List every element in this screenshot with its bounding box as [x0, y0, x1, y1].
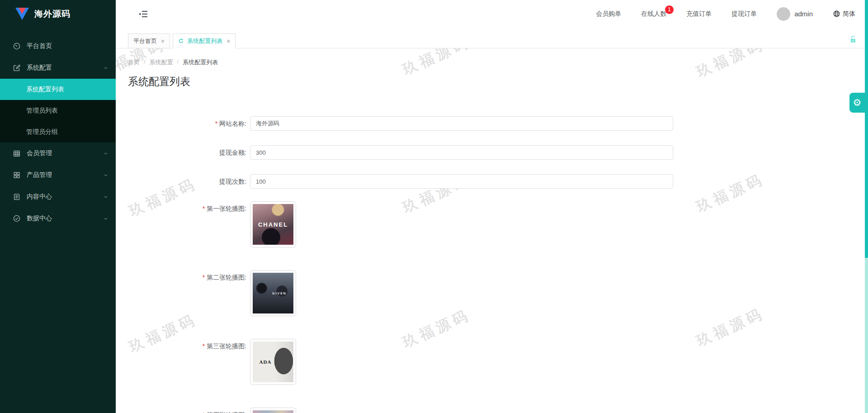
- form-row-banner-1: *第一张轮播图: CHANEL: [116, 201, 868, 247]
- scrollbar-track: [865, 258, 868, 413]
- sidebar-item-label: 数据中心: [27, 214, 52, 223]
- close-icon[interactable]: ×: [161, 38, 165, 44]
- config-form: *网站名称: 提现金额: 提现次数: *第一张轮播图: CHANEL: [116, 116, 868, 413]
- breadcrumb-separator: /: [144, 58, 146, 66]
- breadcrumb: 首页 / 系统配置 / 系统配置列表: [128, 58, 218, 66]
- field-label: *第二张轮播图:: [116, 270, 246, 285]
- avatar: [777, 7, 790, 21]
- sidebar-item-data-center[interactable]: 数据中心: [0, 208, 116, 229]
- tab-label: 平台首页: [133, 37, 157, 45]
- language-label: 简体: [843, 10, 855, 18]
- document-icon: [13, 193, 21, 201]
- chevron-down-icon: [103, 194, 108, 199]
- vue-logo-icon: [15, 8, 29, 20]
- withdraw-times-input[interactable]: [250, 174, 673, 189]
- form-row-banner-3: *第三张轮播图: ADA: [116, 339, 868, 385]
- submenu-item-label: 管理员分组: [26, 128, 58, 136]
- sidebar-item-product-management[interactable]: 产品管理: [0, 164, 116, 186]
- dashboard-icon: [13, 42, 21, 50]
- field-label: 提现次数:: [116, 174, 246, 189]
- chevron-down-icon: [103, 216, 108, 221]
- page-content: 玖福源码 玖福源码 玖福源码 玖福源码 玖福源码 玖福源码 玖福源码 玖福源码 …: [116, 48, 868, 413]
- table-icon: [13, 149, 21, 157]
- sidebar-item-label: 会员管理: [27, 149, 52, 157]
- banner-3-upload[interactable]: ADA: [250, 339, 296, 385]
- grid-icon: [13, 171, 21, 179]
- recharge-orders-link[interactable]: 充值订单: [686, 10, 712, 18]
- breadcrumb-system-config[interactable]: 系统配置: [150, 58, 173, 66]
- online-users-badge: 1: [665, 5, 674, 14]
- sidebar-item-label: 产品管理: [27, 171, 52, 179]
- member-orders-link[interactable]: 会员购单: [596, 10, 621, 18]
- submenu-system-config: 系统配置列表 管理员列表 管理员分组: [0, 79, 116, 142]
- sidebar-item-label: 内容中心: [27, 193, 52, 201]
- close-icon[interactable]: ×: [226, 38, 230, 44]
- sidebar-collapse-icon[interactable]: [138, 9, 149, 19]
- topbar-links: 会员购单 在线人数 1 充值订单 提现订单 admin 简体: [596, 7, 855, 21]
- chevron-up-icon: [103, 65, 108, 71]
- submenu-item-label: 系统配置列表: [26, 85, 64, 94]
- banner-4-image: [253, 410, 293, 413]
- form-row-site-name: *网站名称:: [116, 116, 868, 131]
- withdraw-amount-input[interactable]: [250, 145, 673, 160]
- banner-3-overlay-text: ADA: [259, 359, 272, 365]
- sidebar-menu: 平台首页 系统配置 系统配置列表 管理员列表 管理员分组 会员管理 产品管: [0, 28, 116, 229]
- form-row-withdraw-amount: 提现金额:: [116, 145, 868, 160]
- scrollbar-thumb[interactable]: [865, 0, 868, 258]
- form-row-banner-4: *第四张轮播图:: [116, 408, 868, 413]
- user-menu[interactable]: admin: [777, 7, 813, 21]
- required-asterisk: *: [203, 342, 205, 350]
- form-row-withdraw-times: 提现次数:: [116, 174, 868, 189]
- main-area: 会员购单 在线人数 1 充值订单 提现订单 admin 简体 平台首页 ×: [116, 0, 868, 413]
- field-label: 提现金额:: [116, 145, 246, 160]
- breadcrumb-home[interactable]: 首页: [128, 58, 140, 66]
- sidebar-item-admin-list[interactable]: 管理员列表: [0, 100, 116, 121]
- sidebar-item-member-management[interactable]: 会员管理: [0, 142, 116, 164]
- sidebar-item-content-center[interactable]: 内容中心: [0, 186, 116, 208]
- sidebar-item-label: 系统配置: [27, 64, 52, 72]
- sidebar: 海外源码 平台首页 系统配置 系统配置列表 管理员列表 管理员分组 会员管理: [0, 0, 116, 413]
- unlock-icon[interactable]: [849, 35, 858, 44]
- required-asterisk: *: [203, 205, 205, 212]
- tab-system-config-list[interactable]: 系统配置列表 ×: [173, 33, 236, 48]
- page-title: 系统配置列表: [128, 75, 190, 89]
- settings-panel-button[interactable]: ⚙: [849, 93, 865, 113]
- sidebar-item-system-config[interactable]: 系统配置: [0, 57, 116, 79]
- edit-icon: [13, 64, 21, 72]
- banner-2-image: GIVEN: [253, 273, 293, 313]
- banner-4-upload[interactable]: [250, 408, 296, 413]
- banner-1-upload[interactable]: CHANEL: [250, 201, 296, 247]
- required-asterisk: *: [203, 411, 205, 413]
- breadcrumb-current: 系统配置列表: [183, 58, 218, 66]
- sidebar-item-platform-home[interactable]: 平台首页: [0, 35, 116, 57]
- globe-icon: [833, 10, 840, 18]
- banner-1-overlay-text: CHANEL: [258, 221, 288, 228]
- gear-icon: ⚙: [853, 97, 862, 108]
- app-logo[interactable]: 海外源码: [0, 0, 116, 28]
- sidebar-item-system-config-list[interactable]: 系统配置列表: [0, 79, 116, 100]
- site-name-input[interactable]: [250, 116, 673, 131]
- page-scrollbar[interactable]: [865, 0, 868, 413]
- field-label: *网站名称:: [116, 116, 246, 131]
- banner-2-upload[interactable]: GIVEN: [250, 270, 296, 316]
- online-users-label: 在线人数: [641, 10, 666, 17]
- language-switcher[interactable]: 简体: [833, 10, 855, 18]
- required-asterisk: *: [215, 120, 217, 127]
- online-users-link[interactable]: 在线人数 1: [641, 10, 666, 18]
- refresh-icon[interactable]: [178, 38, 184, 44]
- breadcrumb-separator: /: [177, 58, 179, 66]
- field-label: *第三张轮播图:: [116, 339, 246, 353]
- sidebar-item-admin-group[interactable]: 管理员分组: [0, 121, 116, 142]
- form-row-banner-2: *第二张轮播图: GIVEN: [116, 270, 868, 316]
- withdraw-orders-link[interactable]: 提现订单: [731, 10, 757, 18]
- tab-label: 系统配置列表: [187, 37, 222, 45]
- tab-platform-home[interactable]: 平台首页 ×: [128, 33, 170, 48]
- username: admin: [794, 10, 813, 18]
- watermark: 玖福源码: [400, 48, 474, 80]
- app-title: 海外源码: [34, 8, 71, 20]
- field-label: *第四张轮播图:: [116, 408, 246, 413]
- check-circle-icon: [13, 214, 21, 223]
- chevron-down-icon: [103, 151, 108, 156]
- sidebar-item-label: 平台首页: [27, 42, 52, 50]
- field-label: *第一张轮播图:: [116, 201, 246, 216]
